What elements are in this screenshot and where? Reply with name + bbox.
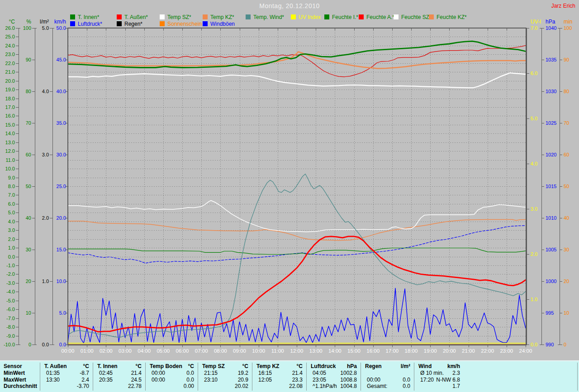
axis-temp-tick-label: -2.0 — [6, 271, 15, 277]
x-tick-label: 15:00 — [347, 348, 361, 354]
axis-temp-tick-label: -5.0 — [6, 298, 15, 303]
stat-wind-value: 2.3 — [452, 370, 460, 376]
stat-temp-sz-value: 20.02 — [235, 383, 248, 389]
x-tick-label: 09:00 — [233, 348, 246, 354]
weather-station-window: Montag, 20.12.2010 Jarz Erich T. Innen*T… — [0, 0, 579, 392]
axis-wind-tick-label: 15.0 — [57, 247, 66, 252]
stat-temp-kz-value: 21.4 — [292, 370, 303, 376]
axis-temp-tick-label: 18.0 — [5, 96, 15, 101]
stat-t-aussen-value: -3.70 — [77, 383, 89, 389]
stat-regen-value: 0.0 — [403, 383, 410, 389]
axis-uv-tick-label: 6.0 — [531, 71, 537, 76]
x-tick-label: 24:00 — [519, 348, 532, 354]
stat-col-unit-wind: km/h — [447, 363, 460, 369]
axis-wind-tick-label: 10.0 — [57, 279, 66, 284]
axis-humidity-tick-label: 70 — [26, 120, 31, 126]
axis-rain-tick-label: 5.0 — [42, 25, 49, 31]
stat-col-name-wind: Wind — [418, 363, 432, 369]
axis-temp: -10.0-9.0-8.0-7.0-6.0-5.0-4.0-3.0-2.0-1.… — [4, 19, 20, 347]
axis-temp-tick-label: 22.0 — [5, 61, 15, 66]
x-tick-label: 18:00 — [405, 348, 418, 354]
axis-humidity-tick-label: 100 — [23, 25, 31, 31]
stat-temp-kz-value: 23.3 — [292, 377, 303, 383]
stat-temp-sz-value: 19.2 — [238, 370, 248, 376]
x-tick-label: 17:00 — [385, 348, 399, 354]
stat-col-unit-regen: l/m² — [401, 363, 410, 369]
stat-row-label: Sensor — [4, 363, 22, 369]
stat-t-aussen-time: 13:30 — [46, 377, 60, 383]
x-tick-label: 16:00 — [366, 348, 380, 354]
axis-sunshine-tick-label: 60 — [564, 152, 569, 157]
stat-t-innen-value: 24.5 — [131, 377, 142, 383]
axis-temp-tick-label: 23.0 — [5, 52, 15, 57]
stat-temp-sz-time: 21:15 — [204, 370, 218, 376]
axis-humidity-tick-label: 20 — [26, 279, 31, 284]
axis-temp-tick-label: 7.0 — [8, 192, 15, 198]
x-tick-label: 00:00 — [62, 348, 75, 354]
axis-uv-tick-label: 1.0 — [531, 297, 537, 302]
axis-sunshine-tick-label: 30 — [564, 247, 569, 252]
axis-temp-tick-label: -8.0 — [6, 324, 15, 330]
series-luftdruck — [68, 226, 526, 263]
stat-regen-time: 00:00 — [367, 377, 380, 383]
axis-temp-tick-label: 15.0 — [5, 122, 15, 128]
axis-pressure-tick-label: 1020 — [546, 152, 556, 157]
stat-temp-boden-time: 00:00 — [152, 377, 165, 383]
axis-sunshine-tick-label: 100 — [564, 25, 572, 31]
stat-col-name-temp-kz: Temp KZ — [256, 363, 279, 369]
axis-pressure-tick-label: 1030 — [546, 89, 556, 94]
stat-col-name-t-innen: T. Innen — [97, 363, 118, 369]
x-tick-label: 10:00 — [252, 348, 265, 354]
stat-col-unit-temp-boden: °C — [188, 363, 194, 369]
x-tick-label: 12:00 — [290, 348, 304, 354]
axis-uv-tick-label: 5.0 — [531, 116, 537, 121]
stat-col-name-t-aussen: T. Außen — [44, 363, 67, 369]
axis-temp-tick-label: 11.0 — [5, 157, 15, 163]
axis-wind-tick-label: 5.0 — [59, 310, 66, 316]
axis-sunshine-tick-label: 90 — [564, 57, 569, 62]
stat-col-name-temp-boden: Temp Boden — [150, 363, 182, 369]
stat-regen-value: 0.0 — [403, 377, 410, 383]
axis-uv-tick-label: 2.0 — [531, 251, 537, 257]
stat-wind-value: 1.7 — [452, 383, 460, 389]
table-divider — [252, 363, 252, 391]
stat-col-unit-temp-sz: °C — [242, 363, 248, 369]
stat-t-aussen-time: 01:35 — [46, 370, 60, 376]
axis-temp-tick-label: -1.0 — [6, 263, 15, 268]
stat-temp-sz-value: 20.9 — [238, 377, 248, 383]
axis-temp-tick-label: 2.0 — [8, 236, 15, 242]
stat-col-unit-temp-kz: °C — [297, 363, 303, 369]
stat-luftdruck-value: 1002.8 — [340, 370, 357, 376]
axis-rain-tick-label: 4.0 — [42, 89, 49, 94]
axis-temp-tick-label: 5.0 — [8, 210, 15, 215]
stat-t-innen-time: 02:45 — [99, 370, 113, 376]
stat-wind-value: N-NW 6.8 — [436, 377, 460, 383]
axis-temp-tick-label: -7.0 — [6, 316, 15, 321]
axis-pressure-tick-label: 1000 — [546, 279, 556, 284]
axis-humidity-tick-label: 60 — [26, 152, 31, 157]
stat-col-unit-t-aussen: °C — [83, 363, 89, 369]
axis-humidity-tick-label: 40 — [26, 215, 31, 221]
x-tick-label: 19:00 — [424, 348, 437, 354]
axis-sunshine-tick-label: 40 — [564, 215, 569, 221]
axis-temp-tick-label: 16.0 — [5, 113, 15, 118]
stat-temp-kz-time: 12:05 — [258, 377, 272, 383]
axis-uv-tick-label: 4.0 — [531, 161, 537, 166]
x-tick-label: 22:00 — [481, 348, 494, 354]
table-divider — [306, 363, 307, 391]
stat-row-label: MaxWert — [4, 377, 26, 383]
axis-sunshine-unit: min — [564, 19, 572, 25]
x-tick-label: 21:00 — [462, 348, 475, 354]
axis-wind-tick-label: 30.0 — [57, 152, 66, 157]
stat-regen-time: Gesamt: — [367, 383, 387, 389]
stat-row-label: Durchschnitt — [4, 383, 37, 389]
axis-temp-tick-label: 4.0 — [8, 219, 15, 224]
stat-temp-boden-time: 00:00 — [152, 370, 165, 376]
axis-temp-tick-label: 25.0 — [5, 34, 15, 39]
stats-table: SensorMinWertMaxWertDurchschnittT. Außen… — [0, 360, 579, 392]
axis-uv-tick-label: 0.0 — [531, 342, 537, 347]
axis-wind-tick-label: 25.0 — [57, 184, 66, 189]
x-tick-label: 13:00 — [309, 348, 323, 354]
plot-area[interactable]: -10.0-9.0-8.0-7.0-6.0-5.0-4.0-3.0-2.0-1.… — [0, 0, 579, 359]
axis-wind-unit: km/h — [54, 19, 66, 25]
